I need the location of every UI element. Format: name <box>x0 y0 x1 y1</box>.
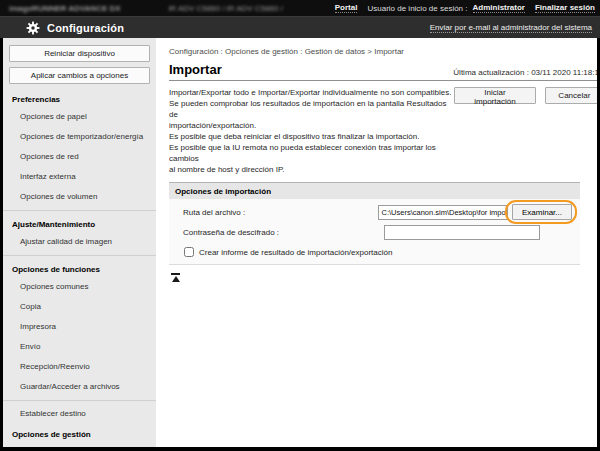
start-import-button[interactable]: Iniciar importación <box>454 87 537 104</box>
logout-link[interactable]: Finalizar sesión <box>535 3 595 13</box>
settings-appbar: Configuración Enviar por e-mail al admin… <box>0 16 600 38</box>
sidebar-item-recepcion-reenvio[interactable]: Recepción/Reenvío <box>3 357 156 377</box>
sidebar-item-opciones-de-red[interactable]: Opciones de red <box>3 147 156 167</box>
sidebar-section-opciones-de-gestion: Opciones de gestión <box>3 424 156 442</box>
settings-sidebar: Reiniciar dispositivo Aplicar cambios a … <box>3 38 156 447</box>
file-path-label: Ruta del archivo : <box>177 208 378 217</box>
sidebar-item-impresora[interactable]: Impresora <box>3 317 156 337</box>
page-app-title: Configuración <box>47 22 124 34</box>
login-user-link[interactable]: Administrator <box>473 3 525 13</box>
sidebar-item-envio[interactable]: Envío <box>3 337 156 357</box>
create-report-checkbox[interactable] <box>184 247 194 257</box>
back-to-top-icon[interactable] <box>171 273 181 282</box>
breadcrumb: Configuración : Opciones de gestión : Ge… <box>169 47 597 56</box>
device-logo: imageRUNNER ADVANCE DX <box>9 4 121 13</box>
page-title: Importar <box>169 62 222 77</box>
browse-button[interactable]: Examinar... <box>512 204 572 220</box>
sidebar-item-opciones-de-temporizador-energia[interactable]: Opciones de temporizador/energía <box>3 127 156 147</box>
device-topbar: imageRUNNER ADVANCE DX iR ADV C5860 / iR… <box>0 0 600 16</box>
sidebar-item-copia[interactable]: Copia <box>3 297 156 317</box>
import-options-header: Opciones de importación <box>169 182 580 199</box>
file-path-input[interactable] <box>378 205 508 220</box>
sidebar-item-guardar-acceder-a-archivos[interactable]: Guardar/Acceder a archivos <box>3 377 156 397</box>
decryption-password-label: Contraseña de descifrado : <box>177 228 384 237</box>
sidebar-section-opciones-de-funciones: Opciones de funciones <box>3 259 156 277</box>
last-update-timestamp: Última actualización : 03/11 2020 11:18:… <box>453 68 597 77</box>
apply-settings-button[interactable]: Aplicar cambios a opciones <box>9 67 150 84</box>
import-options-panel: Opciones de importación Ruta del archivo… <box>169 182 580 265</box>
sidebar-item-opciones-de-papel[interactable]: Opciones de papel <box>3 107 156 127</box>
sidebar-item-interfaz-externa[interactable]: Interfaz externa <box>3 167 156 187</box>
cancel-button[interactable]: Cancelar <box>545 87 597 104</box>
sidebar-item-establecer-destino[interactable]: Establecer destino <box>3 404 156 424</box>
sidebar-item-opciones-comunes[interactable]: Opciones comunes <box>3 277 156 297</box>
main-content: Configuración : Opciones de gestión : Ge… <box>156 38 597 447</box>
login-user-label: Usuario de inicio de sesión : <box>367 4 467 13</box>
sidebar-section-preferencias: Preferencias <box>3 89 156 107</box>
mail-admin-link[interactable]: Enviar por e-mail al administrador del s… <box>430 23 592 33</box>
gear-icon <box>26 21 40 35</box>
import-description: Importar/Exportar todo e Importar/Export… <box>169 87 454 175</box>
sidebar-item-ajustar-calidad-de-imagen[interactable]: Ajustar calidad de imagen <box>3 232 156 252</box>
browser-window: imageRUNNER ADVANCE DX iR ADV C5860 / iR… <box>0 0 600 451</box>
sidebar-item-opciones-de-volumen[interactable]: Opciones de volumen <box>3 187 156 207</box>
create-report-label: Crear informe de resultado de importació… <box>199 248 392 257</box>
portal-link[interactable]: Portal <box>335 3 358 13</box>
sidebar-item-gestion-de-usuarios[interactable]: Gestión de usuarios <box>3 442 156 447</box>
sidebar-divider <box>3 210 156 211</box>
restart-device-button[interactable]: Reiniciar dispositivo <box>9 45 150 62</box>
sidebar-divider <box>3 400 156 401</box>
sidebar-section-ajuste-mantenimiento: Ajuste/Mantenimiento <box>3 214 156 232</box>
device-model-text: iR ADV C5860 / iR ADV C5860 / <box>169 4 283 13</box>
decryption-password-input[interactable] <box>384 225 540 240</box>
sidebar-divider <box>3 255 156 256</box>
